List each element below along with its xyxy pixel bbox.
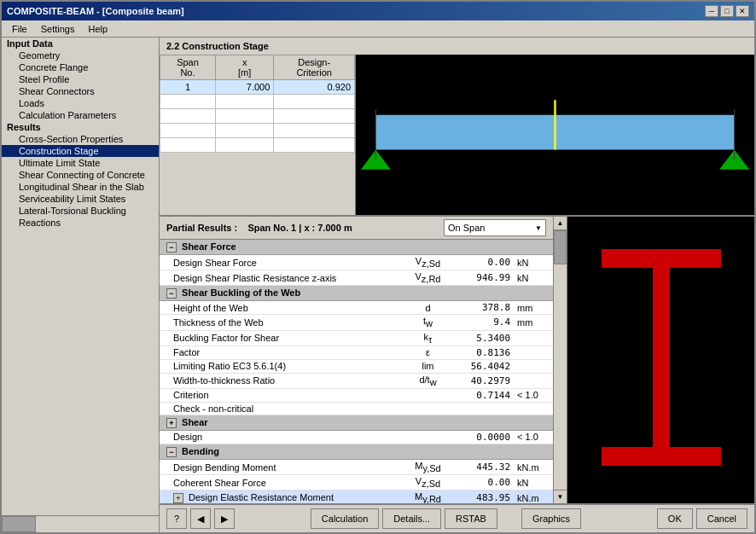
sidebar-item-concrete-flange[interactable]: Concrete Flange: [2, 61, 159, 73]
steel-profile-svg: [584, 223, 738, 496]
span-table-area: SpanNo. x[m] Design-Criterion 1 7.000 0.…: [160, 55, 356, 215]
group-shear[interactable]: + Shear: [160, 415, 553, 430]
scroll-thumb[interactable]: [2, 516, 36, 532]
cell-unit: [514, 345, 553, 359]
sidebar-item-serviceability[interactable]: Serviceability Limit States: [2, 193, 159, 205]
cell-unit: kN.m: [514, 490, 553, 503]
cell-unit: < 1.0: [514, 430, 553, 444]
cell-value: 0.0000: [451, 430, 514, 444]
cell-symbol: [405, 402, 451, 415]
results-table: − Shear Force Design Shear Force Vz,Sd 0…: [160, 240, 553, 503]
row-design-shear: Design 0.0000 < 1.0: [160, 430, 553, 444]
table-row-empty-2: [160, 109, 355, 124]
calculation-button[interactable]: Calculation: [311, 508, 379, 529]
main-content: Input Data Geometry Concrete Flange Stee…: [2, 38, 754, 532]
cell-symbol: Vz,Rd: [405, 270, 451, 286]
sidebar-item-shear-connecting-concrete[interactable]: Shear Connecting of Concrete: [2, 169, 159, 181]
scroll-track: [554, 230, 567, 490]
row-buckling-factor: Buckling Factor for Shear kτ 5.3400: [160, 330, 553, 345]
sidebar-item-calculation-parameters[interactable]: Calculation Parameters: [2, 109, 159, 121]
row-width-thickness: Width-to-thickness Ratio d/tw 40.2979: [160, 373, 553, 388]
scroll-down-arrow[interactable]: ▼: [554, 490, 567, 503]
menu-file[interactable]: File: [5, 22, 34, 36]
cell-label: Design Bending Moment: [160, 459, 405, 474]
cell-label: Thickness of the Web: [160, 315, 405, 330]
table-row[interactable]: 1 7.000 0.920: [160, 80, 355, 95]
sidebar-item-ultimate-limit-state[interactable]: Ultimate Limit State: [2, 157, 159, 169]
scroll-up-arrow[interactable]: ▲: [554, 217, 567, 230]
col-criterion: Design-Criterion: [274, 55, 355, 80]
top-content: SpanNo. x[m] Design-Criterion 1 7.000 0.…: [160, 55, 754, 215]
left-panel: Input Data Geometry Concrete Flange Stee…: [2, 38, 160, 532]
title-bar: COMPOSITE-BEAM - [Composite beam] ─ □ ✕: [2, 2, 754, 20]
help-icon-button[interactable]: ?: [166, 508, 187, 529]
menu-settings[interactable]: Settings: [34, 22, 82, 36]
scroll-thumb[interactable]: [554, 230, 567, 264]
cell-symbol: [405, 430, 451, 444]
span-info: Span No. 1 | x : 7.000 m: [247, 223, 352, 233]
sidebar-item-geometry[interactable]: Geometry: [2, 49, 159, 61]
row-criterion: Criterion 0.7144 < 1.0: [160, 388, 553, 402]
sidebar-item-reactions[interactable]: Reactions: [2, 217, 159, 229]
results-header: Partial Results : Span No. 1 | x : 7.000…: [160, 217, 553, 240]
steel-profile-view: [567, 217, 754, 503]
cancel-button[interactable]: Cancel: [696, 508, 747, 529]
results-table-container[interactable]: − Shear Force Design Shear Force Vz,Sd 0…: [160, 240, 553, 503]
close-button[interactable]: ✕: [736, 5, 749, 17]
vertical-scrollbar[interactable]: ▲ ▼: [553, 217, 567, 503]
bottom-right-buttons: OK Cancel: [657, 508, 747, 529]
input-data-section: Input Data: [2, 38, 159, 49]
group-bending[interactable]: − Bending: [160, 444, 553, 459]
nav-tree: Input Data Geometry Concrete Flange Stee…: [2, 38, 159, 515]
sidebar-item-shear-connectors[interactable]: Shear Connectors: [2, 85, 159, 97]
cell-label: Height of the Web: [160, 301, 405, 315]
cell-value: 0.00: [451, 255, 514, 270]
sidebar-item-construction-stage[interactable]: Construction Stage: [2, 145, 159, 157]
cell-symbol: My,Rd: [405, 490, 451, 503]
sidebar-item-lateral-torsional[interactable]: Lateral-Torsional Buckling: [2, 205, 159, 217]
window-title: COMPOSITE-BEAM - [Composite beam]: [7, 6, 184, 16]
rstab-button[interactable]: RSTAB: [445, 508, 497, 529]
row-factor: Factor ε 0.8136: [160, 345, 553, 359]
dropdown-arrow-icon: ▼: [535, 224, 542, 232]
expand-icon: +: [173, 493, 183, 503]
nav-scroll-container: Input Data Geometry Concrete Flange Stee…: [2, 38, 159, 532]
cell-unit: kN: [514, 255, 553, 270]
results-header-right: On Span ▼: [444, 219, 546, 236]
table-row-empty-3: [160, 124, 355, 138]
cell-span-no: 1: [160, 80, 216, 95]
sidebar-item-steel-profile[interactable]: Steel Profile: [2, 73, 159, 85]
sidebar-item-loads[interactable]: Loads: [2, 97, 159, 109]
cell-value: 9.4: [451, 315, 514, 330]
bottom-bar: ? ◀ ▶ Calculation Details... RSTAB Graph…: [160, 503, 754, 532]
cell-value: 0.8136: [451, 345, 514, 359]
nav-back-button[interactable]: ◀: [190, 508, 211, 529]
details-button[interactable]: Details...: [382, 508, 441, 529]
group-shear-force[interactable]: − Shear Force: [160, 240, 553, 255]
row-thickness-web: Thickness of the Web tw 9.4 mm: [160, 315, 553, 330]
horizontal-scroll[interactable]: [2, 515, 159, 532]
construction-stage-title: 2.2 Construction Stage: [160, 38, 754, 55]
col-span-no: SpanNo.: [160, 55, 216, 80]
svg-rect-7: [653, 268, 670, 447]
maximize-button[interactable]: □: [720, 5, 734, 17]
nav-forward-button[interactable]: ▶: [214, 508, 235, 529]
graphics-button[interactable]: Graphics: [521, 508, 581, 529]
minimize-button[interactable]: ─: [705, 5, 718, 17]
ok-button[interactable]: OK: [657, 508, 693, 529]
row-design-bending-moment: Design Bending Moment My,Sd 445.32 kN.m: [160, 459, 553, 474]
row-elastic-resistance: + Design Elastic Resistance Moment My,Rd…: [160, 490, 553, 503]
sidebar-item-cross-section-properties[interactable]: Cross-Section Properties: [2, 133, 159, 145]
menu-help[interactable]: Help: [81, 22, 114, 36]
partial-results-label: Partial Results : Span No. 1 | x : 7.000…: [166, 223, 352, 233]
cell-label: Design Shear Plastic Resistance z-axis: [160, 270, 405, 286]
cell-value: 946.99: [451, 270, 514, 286]
sidebar-item-longitudinal-shear[interactable]: Longitudinal Shear in the Slab: [2, 181, 159, 193]
cell-value: 40.2979: [451, 373, 514, 388]
spacer: [501, 508, 518, 529]
row-coherent-shear: Coherent Shear Force Vz,Sd 0.00 kN: [160, 475, 553, 490]
on-span-dropdown[interactable]: On Span ▼: [444, 219, 546, 236]
table-row-empty-4: [160, 138, 355, 153]
middle-buttons: Calculation Details... RSTAB Graphics: [311, 508, 581, 529]
group-shear-buckling[interactable]: − Shear Buckling of the Web: [160, 286, 553, 301]
